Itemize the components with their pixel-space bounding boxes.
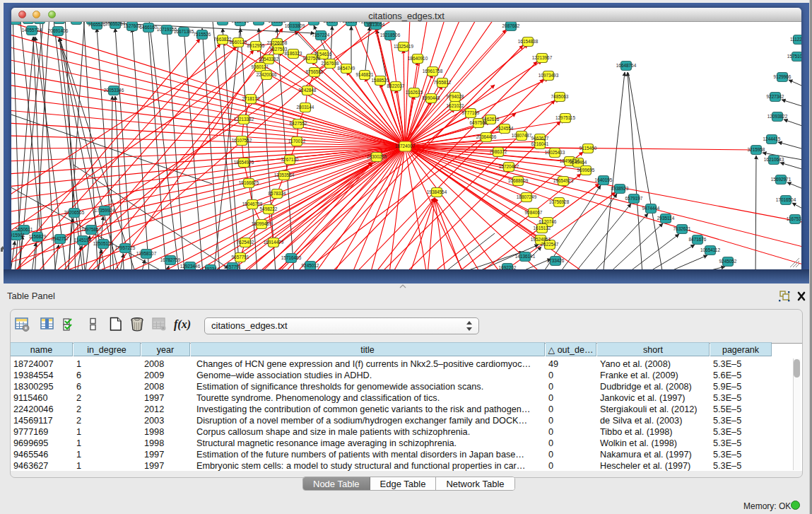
svg-text:18640910: 18640910 [408,56,428,61]
svg-text:9657791: 9657791 [232,255,249,259]
svg-text:16033809: 16033809 [285,23,305,28]
svg-text:19218506: 19218506 [380,33,401,37]
svg-text:7462616: 7462616 [482,117,500,122]
svg-text:19654923: 19654923 [553,178,574,183]
svg-text:7515540: 7515540 [214,22,232,23]
svg-text:1244415: 1244415 [763,136,781,141]
svg-text:10688609: 10688609 [508,178,529,183]
svg-text:10025433: 10025433 [545,150,565,155]
svg-text:2803144: 2803144 [297,105,314,110]
svg-text:9227342: 9227342 [767,94,784,99]
svg-text:16961758: 16961758 [423,69,443,74]
svg-text:17957225: 17957225 [115,245,136,250]
svg-text:9327508: 9327508 [303,56,321,61]
svg-text:9152765: 9152765 [232,22,249,23]
svg-text:1112283: 1112283 [790,37,801,42]
svg-text:2087682: 2087682 [502,23,520,28]
svg-text:7986372: 7986372 [490,149,507,154]
svg-text:7357224: 7357224 [312,33,330,37]
svg-text:18724007: 18724007 [395,144,416,148]
svg-text:18654925: 18654925 [234,160,254,165]
svg-text:6466160: 6466160 [140,25,158,30]
svg-text:10654112: 10654112 [700,247,720,252]
svg-text:19166825: 19166825 [239,180,259,185]
svg-text:3915901: 3915901 [11,233,25,238]
svg-text:1733426: 1733426 [547,258,565,263]
svg-text:13353584: 13353584 [274,173,295,177]
svg-text:15751074: 15751074 [787,54,801,59]
svg-text:1621022: 1621022 [447,103,464,108]
svg-text:22420046: 22420046 [257,72,277,77]
svg-text:15716485: 15716485 [281,255,302,260]
svg-text:1156829: 1156829 [29,234,47,239]
svg-text:7154616: 7154616 [314,52,332,57]
svg-text:12975115: 12975115 [555,115,575,120]
svg-text:20053346: 20053346 [104,88,124,93]
svg-text:15046798: 15046798 [242,201,263,206]
svg-text:8427552: 8427552 [290,121,307,126]
svg-text:9245052: 9245052 [719,259,737,264]
svg-text:6120746: 6120746 [539,219,557,224]
svg-text:8813054: 8813054 [367,22,385,27]
svg-text:19384554: 19384554 [427,189,447,194]
svg-text:9360121: 9360121 [252,64,269,69]
svg-text:7515526: 7515526 [194,32,211,37]
svg-text:20206565: 20206565 [64,210,85,215]
svg-text:2935114: 2935114 [657,216,675,221]
svg-text:19524851: 19524851 [531,237,551,242]
svg-text:9457791: 9457791 [224,264,242,269]
svg-text:1065533: 1065533 [269,22,286,23]
svg-text:9084067: 9084067 [525,210,543,215]
svg-text:1588520: 1588520 [372,78,389,83]
svg-text:20364436: 20364436 [476,134,497,139]
svg-text:7625402: 7625402 [237,240,254,245]
svg-text:2367608: 2367608 [322,61,339,66]
svg-text:8912955: 8912955 [247,43,265,48]
svg-text:12923446: 12923446 [180,264,201,269]
svg-text:23975857: 23975857 [81,227,102,232]
svg-text:16671385: 16671385 [174,29,194,34]
svg-text:8660125: 8660125 [230,40,247,45]
svg-text:1145194: 1145194 [74,238,92,243]
svg-text:8471676: 8471676 [689,237,707,242]
svg-text:1065526: 1065526 [88,22,106,27]
svg-text:16154838: 16154838 [518,39,539,44]
svg-text:9777169: 9777169 [462,110,480,115]
svg-text:17359924: 17359924 [95,208,115,213]
svg-text:5550611: 5550611 [16,227,33,232]
svg-text:16648764: 16648764 [616,63,637,68]
svg-text:9794028: 9794028 [447,94,464,99]
svg-text:8454749: 8454749 [338,66,355,71]
svg-text:1167534: 1167534 [787,216,801,221]
svg-text:10807487: 10807487 [512,133,532,138]
svg-text:8938923: 8938923 [611,186,629,191]
svg-text:7485063: 7485063 [551,94,569,99]
svg-text:3267130: 3267130 [281,157,299,162]
svg-text:12093822: 12093822 [767,114,788,119]
svg-text:6216041: 6216041 [531,141,549,146]
svg-text:12505135: 12505135 [93,241,114,246]
svg-text:9129966: 9129966 [774,74,792,79]
svg-text:12213967: 12213967 [532,55,553,60]
svg-text:10973493: 10973493 [539,73,559,78]
svg-text:5498222: 5498222 [260,206,278,211]
svg-text:18099489: 18099489 [252,221,272,226]
svg-text:8322037: 8322037 [387,83,405,88]
svg-text:8813054: 8813054 [343,22,360,23]
svg-text:f(x): f(x) [174,318,191,331]
svg-text:18300295: 18300295 [367,154,387,159]
svg-text:8990448: 8990448 [423,95,440,100]
svg-text:3624554: 3624554 [496,126,514,131]
svg-text:12213382: 12213382 [234,117,254,122]
svg-text:7955812: 7955812 [434,80,452,85]
svg-text:10756928: 10756928 [549,199,570,204]
svg-text:9146821: 9146821 [356,72,374,77]
svg-text:9115460: 9115460 [579,146,597,151]
svg-text:20691406: 20691406 [48,28,69,33]
svg-text:9245012: 9245012 [302,263,319,268]
svg-text:13958107: 13958107 [136,251,157,256]
svg-text:8186323: 8186323 [285,51,302,56]
svg-text:11325419: 11325419 [394,44,413,49]
svg-text:8231407: 8231407 [250,22,268,23]
svg-text:16782759: 16782759 [160,257,181,262]
